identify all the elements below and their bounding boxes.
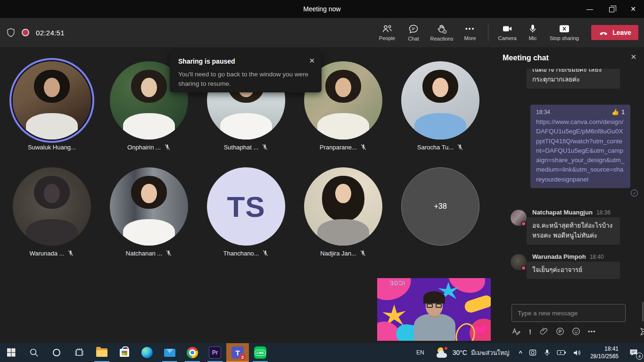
participant-name: Warunada ... bbox=[30, 250, 65, 257]
participant-tile[interactable]: Nadjira Jan... bbox=[295, 167, 392, 257]
format-icon[interactable] bbox=[512, 327, 520, 336]
restore-button[interactable] bbox=[601, 0, 622, 18]
mic-off-icon bbox=[164, 144, 171, 151]
attach-icon[interactable] bbox=[540, 327, 548, 336]
giphy-icon[interactable] bbox=[556, 327, 564, 336]
chat-message-clipped: เนตอาจารย์เขมียคะ เสียง กระตุกมากเลยค่ะ bbox=[527, 69, 620, 96]
recording-indicator-icon bbox=[22, 29, 29, 36]
selfview-watermark: ICGE bbox=[389, 280, 405, 287]
chat-button[interactable]: Chat bbox=[400, 19, 427, 46]
participant-name: Sarocha Tu... bbox=[417, 144, 454, 151]
chat-icon bbox=[408, 24, 419, 34]
chrome-button[interactable] bbox=[181, 343, 204, 362]
participant-name: Pranparane... bbox=[320, 144, 357, 151]
mic-icon bbox=[528, 24, 538, 33]
participant-name: Nadjira Jan... bbox=[320, 250, 356, 257]
emoji-icon[interactable] bbox=[572, 327, 580, 336]
message-time: 18:36 bbox=[596, 209, 611, 216]
message-sent-check-icon: ✓ bbox=[631, 189, 638, 197]
teams-button[interactable]: T 2 bbox=[226, 343, 249, 362]
task-view-button[interactable] bbox=[68, 343, 91, 362]
battery-icon[interactable] bbox=[557, 350, 566, 355]
close-button[interactable]: ✕ bbox=[622, 0, 644, 18]
action-center-button[interactable]: 4 bbox=[623, 343, 644, 362]
teams-meeting-window: Meeting now — ✕ 02:24:51 People Chat Rea bbox=[0, 0, 644, 362]
participant-tile[interactable]: Warunada ... bbox=[3, 167, 100, 257]
sharing-paused-notification: Sharing is paused You'll need to go back… bbox=[170, 51, 322, 92]
chat-close-icon[interactable]: ✕ bbox=[630, 53, 636, 61]
minimize-button[interactable]: — bbox=[579, 0, 601, 18]
reactions-hand-icon bbox=[436, 24, 447, 34]
shared-link[interactable]: https://www.canva.com/design/DAFQU1u5egE… bbox=[536, 117, 625, 184]
self-person-hair bbox=[423, 291, 445, 304]
meet-now-icon[interactable] bbox=[529, 349, 537, 356]
mic-off-icon bbox=[67, 250, 74, 257]
participant-name: Onphairin ... bbox=[127, 144, 161, 151]
task-view-icon bbox=[74, 348, 84, 357]
language-indicator[interactable]: EN bbox=[409, 349, 432, 356]
teams-icon: T 2 bbox=[231, 346, 244, 359]
meeting-chat-panel: Meeting chat ✕ เนตอาจารย์เขมียคะ เสียง ก… bbox=[495, 47, 644, 343]
people-button[interactable]: People bbox=[374, 19, 400, 46]
weather-widget[interactable]: 30°C มีเมฆส่วนใหญ่ bbox=[432, 347, 514, 358]
notification-body: You'll need to go back to the window you… bbox=[178, 70, 313, 89]
reactions-button[interactable]: Reactions bbox=[427, 19, 457, 46]
title-bar: Meeting now — ✕ bbox=[0, 0, 644, 18]
compose-toolbar: ! ••• bbox=[512, 327, 629, 336]
participant-tile[interactable]: Natchanan ... bbox=[100, 167, 198, 257]
windows-logo-icon bbox=[7, 348, 16, 357]
more-button[interactable]: ••• More bbox=[457, 19, 483, 46]
file-explorer-button[interactable] bbox=[91, 343, 113, 362]
chat-message-input[interactable] bbox=[512, 304, 626, 322]
cortana-button[interactable] bbox=[45, 343, 68, 362]
edge-button[interactable] bbox=[136, 343, 158, 362]
camera-button[interactable]: Camera bbox=[493, 19, 521, 46]
message-bubble: ใจเย็นๆค่ะอาจารย์ bbox=[527, 262, 620, 279]
mic-off-icon bbox=[360, 144, 367, 151]
premiere-button[interactable]: Pr bbox=[204, 343, 226, 362]
participant-tile[interactable]: Sarocha Tu... bbox=[392, 61, 489, 151]
bg-shape bbox=[463, 294, 491, 314]
message-bubble: เนตอาจารย์เขมียคะ เสียง กระตุกมากเลยค่ะ bbox=[527, 69, 620, 89]
participant-tile[interactable]: TS Thanchano... bbox=[198, 167, 295, 257]
store-icon bbox=[120, 349, 129, 357]
mic-button[interactable]: Mic bbox=[521, 19, 544, 46]
own-chat-message: 18:34 👍 1 https://www.canva.com/design/D… bbox=[530, 105, 630, 188]
chat-message: Warunada Pimpoh 18:40 ใจเย็นๆค่ะอาจารย์ bbox=[511, 253, 633, 279]
system-tray: ^ bbox=[514, 349, 586, 357]
mail-button[interactable] bbox=[158, 343, 181, 362]
start-button[interactable] bbox=[0, 343, 23, 362]
mail-icon bbox=[164, 349, 175, 357]
microsoft-store-button[interactable] bbox=[113, 343, 136, 362]
window-controls: — ✕ bbox=[579, 0, 644, 18]
leave-button[interactable]: Leave bbox=[591, 25, 638, 40]
presence-busy-icon bbox=[521, 265, 526, 271]
priority-icon[interactable]: ! bbox=[528, 328, 532, 336]
avatar-initials: TS bbox=[207, 167, 285, 246]
weather-description: มีเมฆส่วนใหญ่ bbox=[471, 348, 509, 358]
send-icon[interactable] bbox=[640, 327, 644, 336]
taskbar-clock[interactable]: 18:41 28/10/2565 bbox=[586, 345, 623, 360]
show-hidden-icons-chevron[interactable]: ^ bbox=[519, 349, 522, 356]
window-title: Meeting now bbox=[303, 5, 340, 13]
avatar bbox=[13, 167, 91, 246]
weather-temperature: 30°C bbox=[453, 349, 467, 356]
participant-tile[interactable]: Suwaluk Huang... bbox=[3, 61, 100, 151]
volume-icon[interactable] bbox=[573, 349, 581, 356]
search-button[interactable] bbox=[23, 343, 45, 362]
line-button[interactable]: LINE bbox=[249, 343, 272, 362]
chat-scrollbar[interactable] bbox=[642, 302, 644, 321]
overflow-participants-tile[interactable]: +38 bbox=[392, 167, 489, 246]
message-time: 18:34 bbox=[536, 109, 550, 115]
reaction-badge[interactable]: 👍 1 bbox=[611, 108, 625, 115]
participant-name: Suwaluk Huang... bbox=[28, 144, 76, 151]
self-view-video[interactable]: ICGE ❤ bbox=[377, 278, 491, 341]
message-bubble: อจ.คะหน้าสุดท้ายใส่อะไรบ้าง หรอคะ พอดีหน… bbox=[527, 217, 620, 245]
participant-initials: TS bbox=[227, 190, 265, 223]
more-compose-icon[interactable]: ••• bbox=[588, 328, 596, 335]
toolbar-divider bbox=[488, 24, 488, 41]
clock-time: 18:41 bbox=[590, 345, 619, 353]
notification-close-icon[interactable]: ✕ bbox=[309, 57, 315, 65]
stop-sharing-button[interactable]: Stop sharing bbox=[544, 19, 585, 46]
mic-in-use-icon[interactable] bbox=[544, 349, 550, 357]
